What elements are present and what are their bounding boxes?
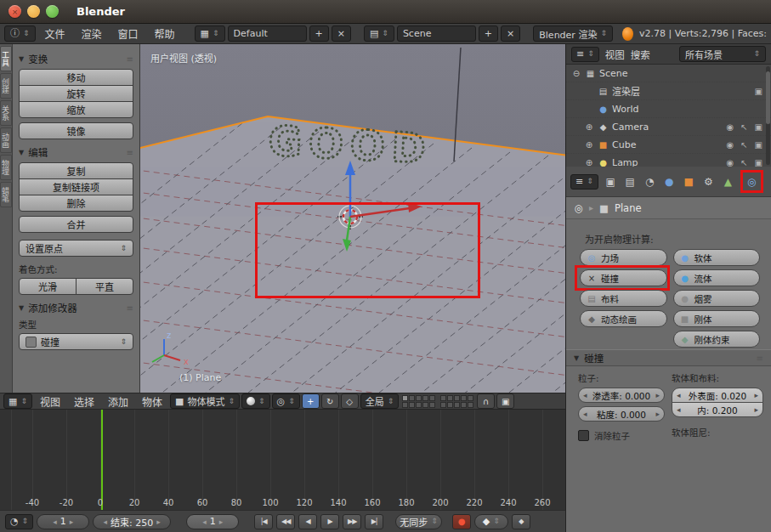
shade-smooth-button[interactable]: 光滑 — [19, 278, 77, 295]
auto-keyframe-record-button[interactable]: ● — [452, 514, 471, 529]
decrement-icon[interactable]: ◂ — [677, 391, 681, 399]
render-engine-select[interactable]: Blender 渲染 ⇕ — [533, 25, 613, 42]
join-button[interactable]: 合并 — [19, 216, 133, 233]
decrement-icon[interactable]: ◂ — [202, 518, 207, 526]
screen-layout-select[interactable]: Default — [228, 25, 307, 42]
properties-editor-type-button[interactable]: ≡ ⇕ — [570, 174, 598, 190]
translate-button[interactable]: 移动 — [19, 69, 133, 86]
timeline[interactable]: -40 -20 0 20 40 60 80 100 120 140 160 18… — [0, 410, 565, 511]
increment-icon[interactable]: ▸ — [655, 410, 660, 418]
outliner-editor-type-button[interactable]: ≡ ⇕ — [571, 47, 599, 62]
expand-icon[interactable]: ⊕ — [584, 122, 594, 132]
maximize-button[interactable] — [46, 5, 59, 18]
tab-physics-icon[interactable]: ◎ — [745, 174, 759, 189]
hide-eye-icon[interactable]: ◉ — [726, 140, 734, 150]
expand-icon[interactable]: ⊕ — [584, 158, 594, 167]
collision-panel-header[interactable]: ▼ 碰撞 ≡ — [566, 349, 771, 366]
viewport-3d[interactable]: GOOD — [140, 44, 565, 393]
menu-add[interactable]: 添加 — [102, 394, 134, 409]
selectable-icon[interactable]: ↖ — [740, 158, 747, 167]
outliner-row-camera[interactable]: ⊕ ◆ Camera ◉ ↖ ▣ — [566, 118, 771, 136]
mirror-button[interactable]: 镜像 — [19, 122, 133, 139]
delete-button[interactable]: 删除 — [19, 195, 133, 212]
fluid-button[interactable]: ● 流体 — [673, 269, 761, 286]
tab-animation[interactable]: 动画 — [0, 127, 12, 153]
decrement-icon[interactable]: ◂ — [53, 518, 57, 526]
add-layout-button[interactable]: + — [309, 25, 329, 42]
current-frame-field[interactable]: ◂ 1 ▸ — [186, 514, 239, 529]
sync-mode-select[interactable]: 无同步 ⇕ — [395, 514, 442, 529]
tab-object-data-icon[interactable]: ▲ — [721, 174, 735, 189]
collapse-icon[interactable]: ⊖ — [571, 69, 581, 78]
layers-stack-icon[interactable]: ▣ — [755, 87, 762, 96]
delete-scene-button[interactable]: × — [501, 25, 520, 42]
jump-to-end-button[interactable]: ▶| — [365, 514, 383, 529]
menu-window[interactable]: 窗口 — [111, 26, 145, 41]
stickiness-field[interactable]: ◂ 粘度: 0.000 ▸ — [578, 406, 665, 422]
decrement-icon[interactable]: ◂ — [677, 405, 681, 414]
collision-button[interactable]: × 碰撞 — [580, 269, 667, 286]
tab-grease-pencil[interactable]: 蜡笔 — [0, 182, 12, 207]
selectable-icon[interactable]: ↖ — [740, 140, 747, 150]
soft-body-button[interactable]: ● 软体 — [673, 249, 761, 266]
menu-render[interactable]: 渲染 — [75, 26, 109, 41]
tab-scene-icon[interactable]: ◔ — [643, 174, 657, 189]
play-reverse-button[interactable]: ◀ — [298, 514, 317, 529]
mode-select[interactable]: ■ 物体模式 ⇕ — [170, 393, 240, 409]
panel-header-transform[interactable]: ▼ 变换 ≡ — [19, 52, 133, 65]
smoke-button[interactable]: ● 烟雾 — [673, 290, 761, 307]
cloth-button[interactable]: ▤ 布料 — [580, 290, 667, 307]
tab-world-icon[interactable]: ● — [662, 174, 677, 189]
scale-button[interactable]: 缩放 — [19, 101, 133, 118]
expand-icon[interactable]: ⊕ — [584, 140, 594, 150]
play-button[interactable]: ▶ — [320, 514, 339, 529]
force-field-button[interactable]: ◎ 力场 — [580, 249, 667, 266]
menu-view[interactable]: 视图 — [34, 394, 66, 409]
rigid-body-button[interactable]: ■ 刚体 — [673, 310, 761, 327]
jump-next-keyframe-button[interactable]: ▶▶ — [343, 514, 361, 529]
tab-modifiers-icon[interactable]: ⚙ — [701, 174, 716, 189]
minimize-button[interactable] — [27, 5, 40, 18]
render-restrict-icon[interactable]: ▣ — [755, 122, 762, 132]
manipulator-scale-toggle[interactable]: ◇ — [341, 393, 359, 409]
set-origin-dropdown[interactable]: 设置原点 ⇕ — [19, 240, 133, 257]
delete-layout-button[interactable]: × — [332, 25, 351, 42]
jump-prev-keyframe-button[interactable]: ◀◀ — [276, 514, 295, 529]
transform-orientation-select[interactable]: 全局 ⇕ — [360, 393, 400, 409]
rigid-body-constraint-button[interactable]: ◆ 刚体约束 — [673, 331, 761, 348]
dynamic-paint-button[interactable]: ◆ 动态绘画 — [580, 310, 667, 327]
outliner-row-world[interactable]: ● World — [566, 100, 771, 118]
panel-header-edit[interactable]: ▼ 编辑 ≡ — [19, 145, 133, 159]
tab-tools[interactable]: 工具 — [0, 46, 12, 71]
scene-select[interactable]: Scene — [397, 25, 476, 42]
increment-icon[interactable]: ▸ — [219, 518, 224, 526]
screen-layout-icon-button[interactable]: ▦ ⇕ — [195, 25, 225, 42]
increment-icon[interactable]: ▸ — [156, 518, 161, 526]
increment-icon[interactable]: ▸ — [754, 405, 758, 414]
render-restrict-icon[interactable]: ▣ — [755, 158, 762, 167]
modifier-type-dropdown[interactable]: 碰撞 ⇕ — [19, 333, 133, 350]
tab-render-layers-icon[interactable]: ▤ — [623, 174, 638, 189]
outliner-row-cube[interactable]: ⊕ ■ Cube ◉ ↖ ▣ — [566, 136, 771, 154]
tab-physics[interactable]: 物理 — [0, 155, 12, 180]
manipulator-translate-toggle[interactable]: + — [302, 393, 320, 409]
increment-icon[interactable]: ▸ — [70, 518, 74, 526]
tab-object-icon[interactable]: ■ — [682, 174, 696, 189]
pin-icon[interactable]: ◎ — [575, 202, 583, 214]
add-scene-button[interactable]: + — [479, 25, 498, 42]
keying-set-select[interactable]: ◆ ⇕ — [474, 514, 508, 529]
scene-icon-button[interactable]: ▤ ⇕ — [364, 25, 394, 42]
outliner-display-filter-select[interactable]: 所有场景 ⇕ — [679, 46, 766, 62]
outliner-scrollbar[interactable] — [766, 66, 770, 165]
decrement-icon[interactable]: ◂ — [104, 518, 108, 526]
render-restrict-icon[interactable]: ▣ — [755, 140, 762, 150]
tab-render-icon[interactable]: ▣ — [604, 174, 618, 189]
scrollbar-thumb[interactable] — [766, 71, 770, 124]
hide-eye-icon[interactable]: ◉ — [726, 122, 734, 132]
hide-eye-icon[interactable]: ◉ — [726, 158, 734, 167]
outliner-row-renderlayers[interactable]: ▤ 渲染层 ▣ — [566, 82, 771, 100]
menu-object[interactable]: 物体 — [136, 394, 168, 409]
panel-header-add-modifier[interactable]: ▼ 添加修改器 ≡ — [19, 301, 133, 314]
viewport-editor-type-button[interactable]: ▦ ⇕ — [3, 393, 32, 409]
decrement-icon[interactable]: ◂ — [583, 410, 587, 418]
